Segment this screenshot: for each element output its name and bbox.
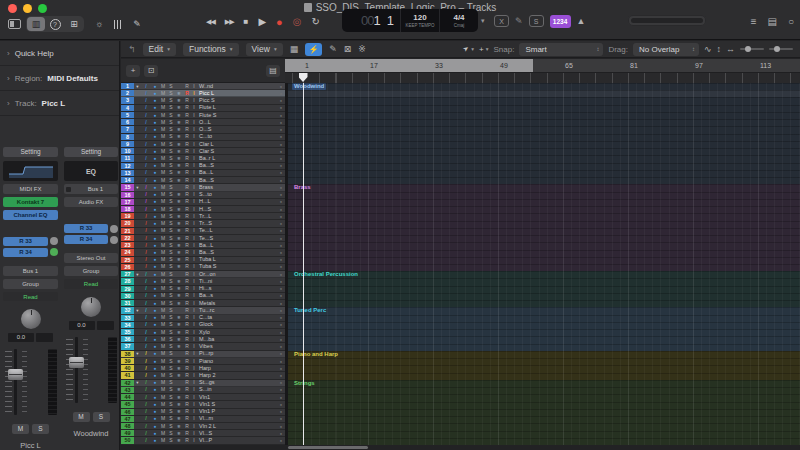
record-arm-button[interactable]: R: [183, 300, 191, 307]
solo-button[interactable]: S: [167, 321, 175, 328]
track-power-button[interactable]: ●: [151, 198, 159, 205]
mute-button[interactable]: M: [159, 394, 167, 401]
solo-button[interactable]: S: [167, 155, 175, 162]
solo-mode-button[interactable]: S: [529, 15, 544, 27]
freeze-button[interactable]: ❄: [175, 314, 183, 321]
send-slot[interactable]: R 33: [64, 224, 108, 233]
track-power-button[interactable]: ●: [151, 206, 159, 213]
track-power-button[interactable]: ●: [151, 112, 159, 119]
solo-button[interactable]: S: [167, 307, 175, 314]
track-power-button[interactable]: ●: [151, 227, 159, 234]
pan-knob[interactable]: [21, 309, 41, 329]
volume-fader[interactable]: [64, 335, 118, 405]
arrange-area[interactable]: WoodwindBrassOrchestral PercussionTuned …: [285, 83, 800, 445]
record-arm-button[interactable]: R: [183, 235, 191, 242]
record-arm-button[interactable]: R: [183, 162, 191, 169]
solo-button[interactable]: S: [167, 379, 175, 386]
lcd-tempo[interactable]: 120 KEEP TEMPO: [400, 9, 439, 32]
freeze-button[interactable]: ❄: [175, 155, 183, 162]
freeze-button[interactable]: ❄: [175, 90, 183, 97]
record-arm-button[interactable]: R: [183, 430, 191, 437]
mute-button[interactable]: M: [159, 104, 167, 111]
forward-button[interactable]: ▶▶: [225, 13, 234, 31]
drag-select[interactable]: No Overlap↕: [633, 43, 699, 56]
freeze-button[interactable]: ❄: [175, 278, 183, 285]
quick-help-icon[interactable]: ?: [46, 17, 64, 31]
solo-button[interactable]: S: [167, 350, 175, 357]
freeze-button[interactable]: ❄: [175, 177, 183, 184]
volume-value[interactable]: 0.0: [69, 321, 95, 330]
horizontal-scrollbar[interactable]: [288, 446, 368, 449]
track-power-button[interactable]: ●: [151, 133, 159, 140]
send-level-knob[interactable]: [110, 225, 118, 233]
list-editors-icon[interactable]: ≡: [751, 16, 757, 27]
track-power-button[interactable]: ●: [151, 401, 159, 408]
solo-button[interactable]: S: [167, 177, 175, 184]
edit-menu[interactable]: Edit▾: [143, 43, 176, 56]
freeze-button[interactable]: ❄: [175, 191, 183, 198]
mute-button[interactable]: M: [159, 235, 167, 242]
mute-button[interactable]: M: [159, 372, 167, 379]
freeze-button[interactable]: ❄: [175, 235, 183, 242]
freeze-button[interactable]: ❄: [175, 358, 183, 365]
track-power-button[interactable]: ●: [151, 235, 159, 242]
track-power-button[interactable]: ●: [151, 126, 159, 133]
solo-button[interactable]: S: [167, 343, 175, 350]
strip-solo-button[interactable]: S: [32, 424, 49, 434]
record-arm-button[interactable]: R: [183, 227, 191, 234]
freeze-button[interactable]: ❄: [175, 256, 183, 263]
freeze-button[interactable]: ❄: [175, 97, 183, 104]
mute-button[interactable]: M: [159, 271, 167, 278]
mute-button[interactable]: M: [159, 437, 167, 444]
solo-button[interactable]: S: [167, 220, 175, 227]
horizontal-zoom-icon[interactable]: ↔: [726, 43, 735, 56]
freeze-button[interactable]: ❄: [175, 300, 183, 307]
record-arm-button[interactable]: R: [183, 437, 191, 444]
mute-button[interactable]: M: [159, 169, 167, 176]
track-power-button[interactable]: ●: [151, 365, 159, 372]
instrument-slot[interactable]: Kontakt 7: [3, 197, 58, 207]
quick-help-header[interactable]: › Quick Help: [0, 41, 119, 66]
record-arm-button[interactable]: R: [183, 379, 191, 386]
solo-button[interactable]: S: [167, 285, 175, 292]
inspector-icon[interactable]: ⊞: [65, 17, 83, 31]
track-power-button[interactable]: ●: [151, 242, 159, 249]
track-power-button[interactable]: ●: [151, 271, 159, 278]
record-arm-button[interactable]: R: [183, 249, 191, 256]
record-arm-button[interactable]: R: [183, 242, 191, 249]
close-button[interactable]: [8, 4, 17, 13]
mute-button[interactable]: M: [159, 285, 167, 292]
library-icon[interactable]: ▥: [27, 17, 45, 31]
vertical-zoom-slider[interactable]: [740, 48, 764, 50]
mute-button[interactable]: M: [159, 415, 167, 422]
record-arm-button[interactable]: R: [183, 119, 191, 126]
mute-button[interactable]: M: [159, 256, 167, 263]
disclosure-triangle-icon[interactable]: ▾: [134, 271, 141, 278]
disclosure-triangle-icon[interactable]: ▾: [134, 307, 141, 314]
audio-fx-slot[interactable]: Channel EQ: [3, 210, 58, 220]
track-power-button[interactable]: ●: [151, 300, 159, 307]
solo-button[interactable]: S: [167, 191, 175, 198]
view-menu[interactable]: View▾: [246, 43, 283, 56]
solo-button[interactable]: S: [167, 292, 175, 299]
solo-button[interactable]: S: [167, 430, 175, 437]
solo-button[interactable]: S: [167, 83, 175, 90]
record-arm-button[interactable]: R: [183, 329, 191, 336]
track-power-button[interactable]: ●: [151, 177, 159, 184]
vertical-zoom-icon[interactable]: ↕: [717, 43, 722, 56]
strip-setting-button[interactable]: Setting: [3, 147, 58, 157]
mute-button[interactable]: M: [159, 423, 167, 430]
strip-mute-button[interactable]: M: [12, 424, 29, 434]
solo-button[interactable]: S: [167, 97, 175, 104]
record-arm-button[interactable]: R: [183, 365, 191, 372]
record-arm-button[interactable]: R: [183, 169, 191, 176]
solo-button[interactable]: S: [167, 386, 175, 393]
mute-button[interactable]: M: [159, 206, 167, 213]
track-power-button[interactable]: ●: [151, 321, 159, 328]
record-arm-button[interactable]: R: [183, 177, 191, 184]
solo-button[interactable]: S: [167, 372, 175, 379]
mute-button[interactable]: M: [159, 141, 167, 148]
gain-value[interactable]: [36, 333, 53, 342]
horizontal-zoom-slider[interactable]: [769, 48, 793, 50]
send-level-knob[interactable]: [50, 248, 58, 256]
